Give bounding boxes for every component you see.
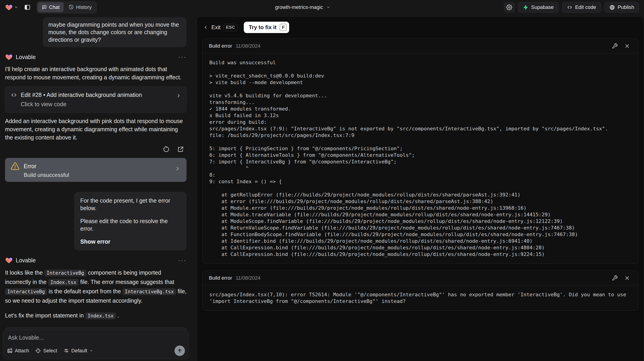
- wrench-icon: [612, 43, 618, 49]
- warning-triangle-icon: [10, 162, 20, 171]
- assistant-message-header: Lovable ···: [5, 53, 186, 61]
- user-message-line: For the code present, I get the error be…: [80, 197, 180, 212]
- edit-28-card[interactable]: Edit #28 • Add interactive background an…: [5, 86, 186, 113]
- f-key-badge: F: [280, 24, 287, 31]
- message-more-button[interactable]: ···: [178, 259, 186, 261]
- crosshair-icon: [35, 348, 41, 354]
- publish-label: Publish: [618, 4, 634, 10]
- supabase-label: Supabase: [531, 4, 554, 10]
- code-brackets-icon: [11, 92, 17, 98]
- send-button[interactable]: [174, 346, 185, 356]
- user-message-bubble: For the code present, I get the error be…: [74, 192, 186, 251]
- code-brackets-icon: [567, 4, 572, 10]
- chevron-down-icon: [326, 5, 330, 9]
- close-panel-button[interactable]: [622, 41, 632, 51]
- sidebar-toggle-button[interactable]: [22, 2, 32, 12]
- publish-button[interactable]: Publish: [604, 2, 639, 12]
- assistant-intro-text: I'll help create an interactive backgrou…: [5, 65, 186, 81]
- fix-toolbar: Exit ESC Try to fix it F: [202, 20, 638, 34]
- settings-button[interactable]: [504, 2, 514, 12]
- build-error-log[interactable]: Build was unsuccessful > vite_react_shad…: [202, 53, 638, 264]
- exit-button[interactable]: Exit: [203, 24, 220, 30]
- build-error-title: Build error: [209, 275, 232, 281]
- select-label: Select: [43, 348, 57, 354]
- attach-button[interactable]: Attach: [7, 348, 29, 354]
- build-error-header: Build error 11/08/2024: [202, 39, 638, 53]
- build-error-panel-1: Build error 11/08/2024 Build was un: [202, 38, 638, 264]
- chat-input[interactable]: [8, 334, 184, 346]
- attach-label: Attach: [15, 348, 29, 354]
- composer: Attach Select Default: [3, 330, 189, 359]
- close-icon: [624, 43, 630, 49]
- try-to-fix-label: Try to fix it: [249, 24, 276, 30]
- chevron-left-icon: [203, 25, 208, 30]
- message-action-row: [5, 145, 186, 154]
- tab-chat[interactable]: Chat: [38, 2, 64, 12]
- globe-icon: [609, 4, 615, 10]
- assistant-name: Lovable: [16, 257, 36, 264]
- build-error-date: 11/08/2024: [236, 43, 260, 49]
- project-switcher[interactable]: growth-metrics-magic: [275, 4, 330, 10]
- chevron-down-icon: [90, 349, 93, 353]
- build-error-card[interactable]: Error Build unsuccessful: [5, 158, 186, 182]
- build-error-panel-2: Build error 11/08/2024 src/pages/In: [202, 271, 638, 311]
- chevron-down-icon: [14, 5, 18, 9]
- external-link-icon: [177, 146, 184, 153]
- restore-version-button[interactable]: [162, 145, 171, 154]
- tab-history-label: History: [76, 4, 92, 10]
- error-detail-panel: Exit ESC Try to fix it F Build error 11/…: [196, 16, 644, 361]
- mode-label: Default: [72, 348, 87, 354]
- mode-dropdown[interactable]: Default: [64, 348, 93, 354]
- gear-icon: [506, 4, 512, 10]
- chat-bubble-icon: [42, 5, 47, 10]
- exit-label: Exit: [212, 24, 220, 30]
- supabase-bolt-icon: [523, 4, 528, 10]
- wrench-icon: [612, 275, 618, 281]
- build-error-date: 11/08/2024: [236, 275, 260, 281]
- esc-key-badge: ESC: [224, 24, 238, 31]
- build-error-log[interactable]: src/pages/Index.tsx(7,10): error TS2614:…: [202, 285, 638, 310]
- topbar: Chat History growth-metrics-magic S: [0, 0, 644, 14]
- arrow-up-icon: [177, 348, 182, 354]
- try-to-fix-button[interactable]: Try to fix it F: [244, 22, 289, 33]
- fix-with-ai-button[interactable]: [610, 41, 619, 51]
- show-error-link[interactable]: Show error: [80, 238, 180, 245]
- select-element-button[interactable]: Select: [35, 348, 57, 354]
- error-card-subtitle: Build unsuccessful: [24, 172, 181, 178]
- edit-28-title: Edit #28 • Add interactive background an…: [21, 92, 142, 98]
- tab-history[interactable]: History: [64, 2, 96, 12]
- assistant-fix-text: It looks like the InteractiveBg componen…: [5, 268, 186, 305]
- build-error-title: Build error: [209, 43, 232, 49]
- assistant-message-header: Lovable ···: [5, 256, 186, 264]
- lovable-heart-icon: [5, 53, 13, 61]
- message-more-button[interactable]: ···: [178, 56, 186, 58]
- fix-with-ai-button[interactable]: [610, 274, 619, 283]
- message-list: maybe diagramming points and when you mo…: [0, 14, 192, 354]
- error-card-title: Error: [24, 163, 36, 170]
- user-message-text: maybe diagramming points and when you mo…: [48, 21, 181, 43]
- open-preview-button[interactable]: [176, 145, 185, 154]
- image-plus-icon: [7, 348, 12, 354]
- project-title: growth-metrics-magic: [275, 4, 323, 10]
- close-panel-button[interactable]: [622, 274, 632, 283]
- history-clock-icon: [69, 5, 74, 10]
- assistant-fix-text-2: Let's fix the import statement in Index.…: [5, 311, 186, 321]
- lovable-logo-menu[interactable]: [5, 3, 18, 11]
- edit-code-label: Edit code: [575, 4, 596, 10]
- assistant-name: Lovable: [16, 54, 36, 60]
- edit-code-button[interactable]: Edit code: [562, 2, 601, 12]
- lovable-heart-icon: [5, 3, 13, 11]
- close-icon: [624, 275, 630, 281]
- assistant-result-text: Added an interactive background with pin…: [5, 117, 186, 142]
- chat-sidebar: maybe diagramming points and when you mo…: [0, 14, 192, 361]
- chat-history-tabs: Chat History: [36, 1, 97, 13]
- chevron-right-icon: [175, 166, 180, 172]
- panel-left-icon: [24, 4, 31, 11]
- tab-chat-label: Chat: [49, 4, 60, 10]
- chevron-right-icon: [176, 93, 181, 98]
- supabase-button[interactable]: Supabase: [518, 2, 558, 12]
- user-message-line: Please edit the code to resolve the erro…: [80, 217, 180, 232]
- lovable-heart-icon: [5, 256, 13, 264]
- refresh-icon: [163, 146, 170, 153]
- user-message-bubble: maybe diagramming points and when you mo…: [43, 17, 186, 47]
